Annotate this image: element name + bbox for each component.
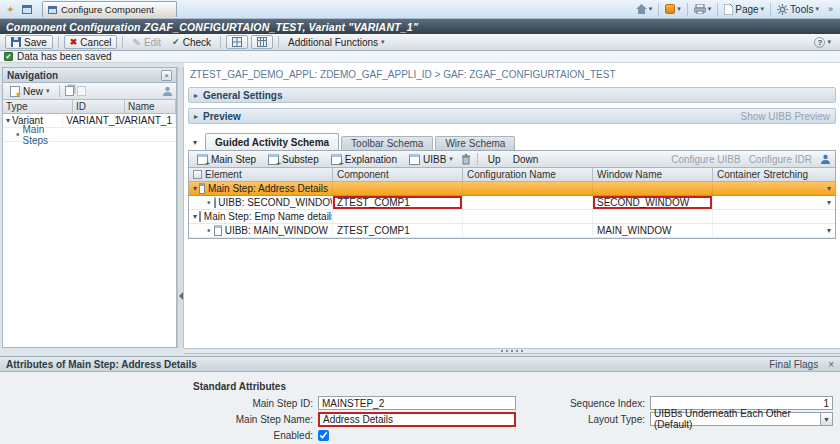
cancel-button[interactable]: ✖ Cancel: [64, 35, 118, 49]
horizontal-splitter[interactable]: [184, 348, 840, 354]
uibb-icon: [214, 225, 222, 236]
check-button[interactable]: ✔ Check: [168, 35, 215, 49]
vertical-splitter[interactable]: [177, 67, 184, 348]
stretching-dropdown-icon[interactable]: ▾: [827, 184, 831, 193]
expand-icon[interactable]: ▾: [193, 212, 197, 221]
navigation-empty-area: [3, 142, 176, 345]
schema-content: Main Step Substep Explanation UIBB ▾ U: [188, 150, 836, 239]
column-component[interactable]: Component: [333, 168, 463, 181]
main-step-name-field[interactable]: [318, 412, 516, 427]
browser-tab[interactable]: Configure Component: [42, 1, 177, 17]
expand-icon[interactable]: ▾: [6, 116, 10, 125]
tab-guided-activity-schema[interactable]: Guided Activity Schema: [205, 133, 339, 150]
main-step-label: Main Step: [211, 154, 256, 165]
nav-column-id[interactable]: ID: [73, 100, 125, 113]
configure-uibb-button[interactable]: Configure UIBB: [671, 154, 740, 165]
edit-button[interactable]: ✎ Edit: [128, 35, 165, 49]
save-button[interactable]: Save: [5, 35, 53, 49]
attributes-close-button[interactable]: ×: [828, 359, 834, 370]
collapse-section-icon[interactable]: ▾: [188, 136, 202, 149]
up-button[interactable]: Up: [484, 152, 505, 166]
navigation-close-button[interactable]: ×: [161, 70, 172, 81]
window-icon[interactable]: [20, 3, 33, 15]
layout-type-dropdown-icon: ▼: [820, 413, 832, 425]
page-dropdown-icon: ▾: [761, 5, 765, 13]
nav-row-main-steps[interactable]: • Main Steps: [3, 128, 176, 142]
main-step-button[interactable]: Main Step: [193, 152, 260, 166]
divider: [770, 3, 771, 16]
layout-type-dropdown[interactable]: UIBBs Underneath Each Other (Default) ▼: [650, 412, 833, 426]
configure-idr-button[interactable]: Configure IDR: [749, 154, 812, 165]
general-settings-section[interactable]: ▸ General Settings: [188, 87, 836, 103]
additional-functions-menu[interactable]: Additional Functions ▾: [284, 35, 389, 49]
tools-menu[interactable]: Tools ▾: [773, 2, 823, 17]
stretching-dropdown-icon[interactable]: ▾: [827, 198, 831, 207]
explanation-button[interactable]: Explanation: [327, 152, 401, 166]
column-container-stretching[interactable]: Container Stretching: [713, 168, 835, 181]
preview-section[interactable]: ▸ Preview Show UIBB Preview: [188, 108, 836, 124]
window-cell-highlighted: SECOND_WINDOW: [593, 196, 713, 209]
down-button[interactable]: Down: [509, 152, 543, 166]
help-menu[interactable]: ? ▾: [814, 37, 835, 48]
page-menu[interactable]: Page ▾: [720, 2, 768, 17]
home-dropdown-icon: ▾: [649, 5, 653, 13]
column-window-name[interactable]: Window Name: [593, 168, 713, 181]
add-uibb-icon: [409, 154, 420, 165]
chevrons-icon[interactable]: »: [825, 4, 836, 14]
copy-icon[interactable]: [65, 86, 74, 96]
paste-icon[interactable]: [77, 86, 86, 96]
schema-row-main-step-address[interactable]: ▾ Main Step: Address Details ▾: [189, 182, 835, 196]
collapse-left-icon[interactable]: [179, 292, 183, 300]
main-content: ZTEST_GAF_DEMO_APPL: ZDEMO_GAF_APPLI_ID …: [184, 63, 840, 348]
navigation-toolbar: ★ New ▾: [3, 83, 176, 100]
schema-row-uibb-main-window[interactable]: • UIBB: MAIN_WINDOW ZTEST_COMP1 MAIN_WIN…: [189, 224, 835, 238]
layout-grid-button[interactable]: [226, 35, 248, 49]
uibb-menu-button[interactable]: UIBB ▾: [405, 152, 457, 166]
divider: [477, 153, 478, 165]
cancel-label: Cancel: [80, 37, 111, 48]
favorites-icon[interactable]: ✦: [4, 3, 17, 15]
configure-icon[interactable]: [820, 154, 831, 165]
print-button[interactable]: ▾: [690, 2, 716, 17]
expand-section-icon: ▸: [194, 91, 198, 100]
table-view-button[interactable]: [251, 35, 273, 49]
new-icon: ★: [10, 86, 20, 97]
main-step-id-field[interactable]: [318, 396, 516, 410]
divider: [59, 85, 60, 97]
navigation-panel: Navigation × ★ New ▾ Type ID Name ▾ Vari…: [2, 67, 177, 348]
divider: [278, 36, 279, 48]
help-icon: ?: [814, 37, 825, 48]
rss-icon: [665, 4, 675, 14]
divider: [58, 36, 59, 48]
new-button[interactable]: ★ New ▾: [6, 85, 54, 98]
stretching-dropdown-icon[interactable]: ▾: [827, 226, 831, 235]
nav-column-name[interactable]: Name: [125, 100, 176, 113]
expand-icon[interactable]: ▾: [193, 184, 197, 193]
tab-wire-schema[interactable]: Wire Schema: [435, 136, 515, 150]
select-all-icon[interactable]: [193, 170, 202, 179]
show-uibb-preview-button[interactable]: Show UIBB Preview: [741, 111, 830, 122]
nav-column-type[interactable]: Type: [3, 100, 73, 113]
schema-row-main-step-emp-name[interactable]: ▾ Main Step: Emp Name details: [189, 210, 835, 224]
feeds-button[interactable]: ▾: [661, 2, 685, 17]
navigation-grid-header: Type ID Name: [3, 100, 176, 114]
personalize-icon[interactable]: [162, 86, 173, 97]
up-label: Up: [488, 154, 501, 165]
divider: [658, 3, 659, 16]
enabled-checkbox[interactable]: [318, 430, 329, 441]
tab-toolbar-schema[interactable]: Toolbar Schema: [341, 136, 433, 150]
preview-label: Preview: [203, 111, 241, 122]
schema-row-uibb-second-window[interactable]: • UIBB: SECOND_WINDOW ZTEST_COMP1 SECOND…: [189, 196, 835, 210]
column-configuration-name[interactable]: Configuration Name: [463, 168, 593, 181]
delete-icon[interactable]: [461, 154, 471, 165]
substep-button[interactable]: Substep: [264, 152, 323, 166]
add-main-step-icon: [197, 154, 208, 165]
component-cell: ZTEST_COMP1: [333, 224, 463, 237]
schema-tab-strip: ▾ Guided Activity Schema Toolbar Schema …: [188, 132, 836, 150]
down-label: Down: [513, 154, 539, 165]
final-flags-button[interactable]: Final Flags: [769, 359, 818, 370]
attributes-header: Attributes of Main Step: Address Details…: [0, 357, 840, 372]
home-button[interactable]: ▾: [632, 2, 657, 17]
schema-toolbar: Main Step Substep Explanation UIBB ▾ U: [189, 151, 835, 168]
standard-attributes-title: Standard Attributes: [193, 381, 286, 392]
